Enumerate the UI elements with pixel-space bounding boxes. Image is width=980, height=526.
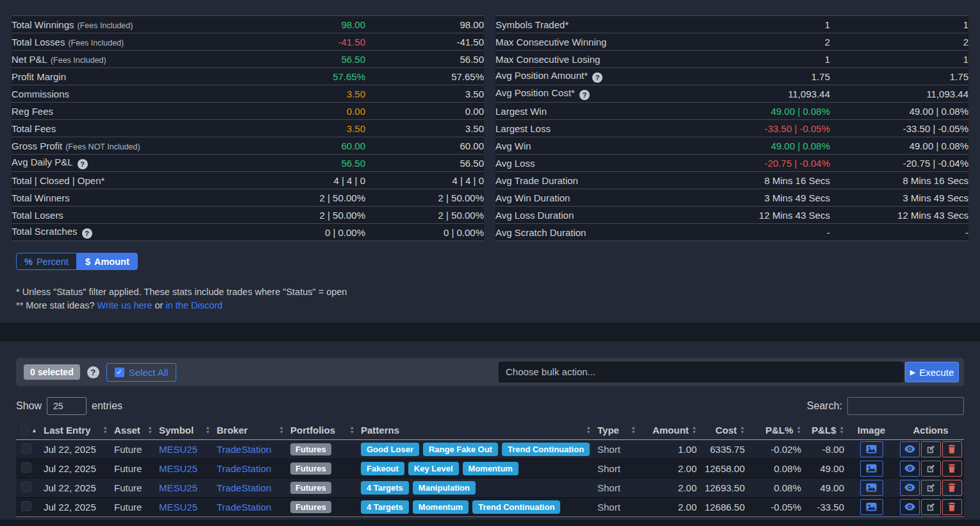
execute-button[interactable]: ▶ Execute <box>905 362 959 382</box>
stat-label-text: Total Fees <box>12 123 56 134</box>
column-header-p-l[interactable]: P&L%▲▼ <box>746 421 802 439</box>
trade-pl-percent: -0.05% <box>746 497 802 516</box>
view-trade-button[interactable] <box>900 441 920 457</box>
column-header-image: Image <box>845 421 893 439</box>
sort-down-arrow: ▼ <box>103 430 108 435</box>
help-icon[interactable]: ? <box>78 159 88 169</box>
sort-icon[interactable]: ▲▼ <box>206 426 210 434</box>
stat-label: Total Winnings(Fees Included) <box>12 16 272 33</box>
pattern-badge[interactable]: Trend Continuation <box>502 443 590 456</box>
trade-broker-link[interactable]: TradeStation <box>217 463 271 474</box>
trade-symbol-link[interactable]: MESU25 <box>159 444 197 455</box>
actions-group <box>900 461 962 477</box>
view-trade-button[interactable] <box>900 480 920 496</box>
delete-trade-button[interactable] <box>942 499 962 515</box>
trade-cost: 12686.50 <box>698 497 746 516</box>
sort-icon[interactable]: ▲▼ <box>631 426 636 434</box>
trade-symbol-link[interactable]: MESU25 <box>159 463 197 474</box>
trade-broker-link[interactable]: TradeStation <box>217 482 271 493</box>
pattern-badge[interactable]: Momentum <box>413 500 469 514</box>
pattern-badge[interactable]: Good Loser <box>361 443 419 456</box>
stat-label: Avg Loss <box>495 155 699 172</box>
amount-toggle-button[interactable]: $ Amount <box>77 253 138 270</box>
column-header-type[interactable]: Type▲▼ <box>592 421 637 439</box>
sort-icon[interactable]: ▲▼ <box>586 426 591 434</box>
pattern-badge[interactable]: 4 Targets <box>361 481 409 495</box>
column-header-portfolios[interactable]: Portfolios▲▼ <box>285 421 356 439</box>
column-header-label: Last Entry <box>44 425 90 436</box>
delete-trade-button[interactable] <box>942 480 962 496</box>
entries-label: entries <box>92 400 122 412</box>
sort-icon[interactable]: ▲▼ <box>797 426 801 434</box>
stat-label: Symbols Traded* <box>495 16 699 33</box>
view-trade-button[interactable] <box>900 499 920 515</box>
image-button[interactable] <box>860 480 883 496</box>
stat-value-colored: 56.50 <box>272 51 365 68</box>
trade-image-cell <box>845 459 893 478</box>
sort-icon[interactable]: ▲▼ <box>740 426 745 434</box>
pattern-badge[interactable]: Momentum <box>463 462 519 475</box>
select-all-checkbox[interactable] <box>21 425 28 436</box>
trade-broker-link[interactable]: TradeStation <box>217 444 271 455</box>
image-button[interactable] <box>860 499 883 515</box>
row-checkbox[interactable] <box>21 482 31 492</box>
pattern-badge[interactable]: Trend Continuation <box>472 500 560 514</box>
search-input[interactable] <box>847 397 964 415</box>
pattern-badge[interactable]: Range Fake Out <box>423 443 498 456</box>
column-header-p-l[interactable]: P&L$▲▼ <box>802 421 845 439</box>
sort-ascending-icon[interactable]: ▲ <box>31 427 37 434</box>
column-header-asset[interactable]: Asset▲▼ <box>109 421 154 439</box>
pattern-badge[interactable]: Manipulation <box>413 481 476 495</box>
sort-icon[interactable]: ▲▼ <box>692 426 697 434</box>
trade-symbol-link[interactable]: MESU25 <box>159 502 197 513</box>
pattern-badge[interactable]: 4 Targets <box>361 500 409 514</box>
discord-link[interactable]: in the Discord <box>165 300 222 310</box>
trade-broker-cell: TradeStation <box>212 439 285 459</box>
select-all-button[interactable]: ✓ Select All <box>106 363 177 382</box>
edit-trade-button[interactable] <box>921 480 941 496</box>
delete-trade-button[interactable] <box>942 441 962 457</box>
column-header-amount[interactable]: Amount▲▼ <box>637 421 698 439</box>
help-icon[interactable]: ? <box>87 366 99 378</box>
column-header-cost[interactable]: Cost▲▼ <box>698 421 746 439</box>
stat-value-colored: 2 | 50.00% <box>272 189 365 207</box>
stat-label-note: (Fees Included) <box>51 56 106 65</box>
edit-trade-button[interactable] <box>921 499 941 515</box>
view-trade-button[interactable] <box>900 461 920 477</box>
sort-icon[interactable]: ▲▼ <box>148 426 153 434</box>
checkbox-checked-icon: ✓ <box>115 368 124 377</box>
stat-label: Total Fees <box>12 120 272 137</box>
edit-trade-button[interactable] <box>921 441 941 457</box>
column-header-last-entry[interactable]: Last Entry▲▼ <box>38 421 109 439</box>
sort-icon[interactable]: ▲▼ <box>103 426 108 434</box>
row-checkbox[interactable] <box>21 501 31 511</box>
column-header-symbol[interactable]: Symbol▲▼ <box>154 421 212 439</box>
pattern-badge[interactable]: Fakeout <box>361 462 404 475</box>
column-header-broker[interactable]: Broker▲▼ <box>212 421 285 439</box>
stat-value-colored: 60.00 <box>272 137 365 155</box>
edit-trade-button[interactable] <box>921 461 941 477</box>
row-checkbox[interactable] <box>21 443 31 454</box>
execute-label: Execute <box>919 367 954 378</box>
trade-symbol-link[interactable]: MESU25 <box>159 482 197 493</box>
stat-value-colored: 1 <box>699 51 830 68</box>
bulk-action-select[interactable]: Choose bulk action... <box>499 362 904 382</box>
help-icon[interactable]: ? <box>82 228 92 239</box>
help-icon[interactable]: ? <box>592 72 602 83</box>
pattern-badge[interactable]: Key Level <box>408 462 459 475</box>
row-checkbox[interactable] <box>21 462 31 473</box>
sort-icon[interactable]: ▲▼ <box>279 426 284 434</box>
help-icon[interactable]: ? <box>579 90 590 100</box>
image-button[interactable] <box>860 461 883 477</box>
write-us-link[interactable]: Write us here <box>97 300 153 310</box>
percent-toggle-button[interactable]: % Percent <box>16 253 77 270</box>
delete-trade-button[interactable] <box>942 461 962 477</box>
column-header-patterns[interactable]: Patterns▲▼ <box>356 421 592 439</box>
sort-icon[interactable]: ▲▼ <box>350 426 354 434</box>
stat-value-plain: 49.00 | 0.08% <box>830 103 968 120</box>
image-button[interactable] <box>860 441 883 457</box>
trade-asset: Future <box>109 459 154 478</box>
trade-broker-link[interactable]: TradeStation <box>217 502 271 513</box>
page-size-select[interactable]: 25 <box>47 397 87 415</box>
sort-icon[interactable]: ▲▼ <box>840 426 844 434</box>
